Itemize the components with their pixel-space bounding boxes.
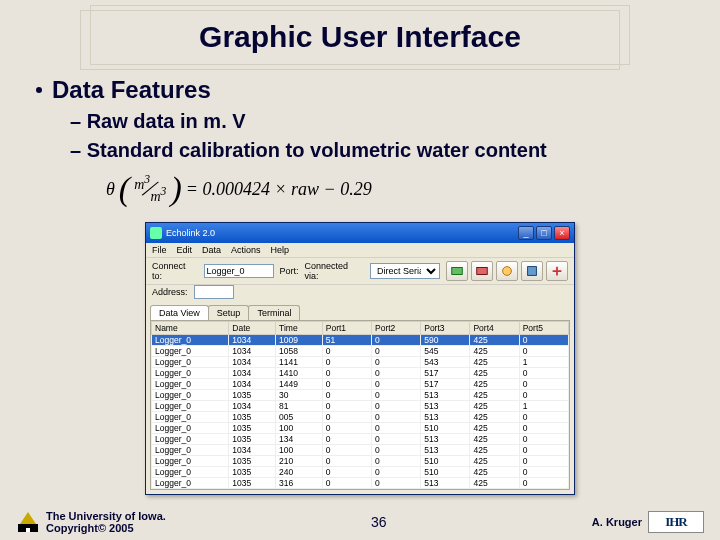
bullet-main: Data Features [36,76,684,104]
table-cell: 1035 [229,467,276,478]
titlebar[interactable]: Echolink 2.0 _ □ × [146,223,574,243]
table-row[interactable]: Logger_010341058005454250 [152,346,569,357]
port-select[interactable]: Direct Serial [370,263,440,279]
minimize-button[interactable]: _ [518,226,534,240]
table-cell: 0 [519,467,568,478]
toolbar-icon-3[interactable] [496,261,518,281]
uiowa-logo-icon [16,510,40,534]
table-cell: 0 [519,346,568,357]
table-row[interactable]: Logger_0103410095105904250 [152,335,569,346]
table-cell: 425 [470,478,519,489]
table-row[interactable]: Logger_0103481005134251 [152,401,569,412]
table-cell: 425 [470,368,519,379]
column-header[interactable]: Port1 [322,322,371,335]
table-cell: 0 [322,357,371,368]
table-cell: 510 [421,423,470,434]
maximize-button[interactable]: □ [536,226,552,240]
address-input[interactable] [194,285,234,299]
table-row[interactable]: Logger_010341449005174250 [152,379,569,390]
column-header[interactable]: Port4 [470,322,519,335]
toolbar-icon-2[interactable] [471,261,493,281]
table-cell: 0 [519,412,568,423]
table-cell: 0 [519,456,568,467]
table-cell: 513 [421,478,470,489]
table-row[interactable]: Logger_01035210005104250 [152,456,569,467]
table-row[interactable]: Logger_01035100005104250 [152,423,569,434]
table-cell: 0 [371,478,420,489]
table-cell: 005 [276,412,323,423]
footer-author: A. Kruger [592,516,642,528]
table-cell: 0 [519,478,568,489]
table-cell: 0 [519,434,568,445]
table-cell: Logger_0 [152,445,229,456]
connect-label: Connect to: [152,261,198,281]
toolbar-icon-5[interactable] [546,261,568,281]
table-row[interactable]: Logger_01035005005134250 [152,412,569,423]
column-header[interactable]: Port2 [371,322,420,335]
menu-actions[interactable]: Actions [231,245,261,255]
column-header[interactable]: Port3 [421,322,470,335]
table-cell: 590 [421,335,470,346]
table-cell: 1034 [229,445,276,456]
table-cell: 0 [371,357,420,368]
table-cell: 0 [371,434,420,445]
table-cell: 0 [322,445,371,456]
table-cell: 510 [421,467,470,478]
tab-terminal[interactable]: Terminal [248,305,300,320]
table-row[interactable]: Logger_01035316005134250 [152,478,569,489]
menu-help[interactable]: Help [271,245,290,255]
close-button[interactable]: × [554,226,570,240]
table-row[interactable]: Logger_01035240005104250 [152,467,569,478]
tab-data-view[interactable]: Data View [150,305,209,320]
table-cell: 425 [470,390,519,401]
table-cell: 1058 [276,346,323,357]
bullet-sub-1: – Raw data in m. V [70,110,684,133]
table-cell: 0 [322,401,371,412]
table-cell: Logger_0 [152,423,229,434]
toolbar-icon-1[interactable] [446,261,468,281]
table-cell: 100 [276,423,323,434]
table-cell: 0 [519,423,568,434]
table-cell: 0 [322,379,371,390]
toolbar-icon-4[interactable] [521,261,543,281]
table-cell: 0 [371,456,420,467]
column-header[interactable]: Date [229,322,276,335]
menu-edit[interactable]: Edit [177,245,193,255]
menubar: File Edit Data Actions Help [146,243,574,257]
app-window: Echolink 2.0 _ □ × File Edit Data Action… [145,222,575,495]
table-cell: 1034 [229,357,276,368]
table-cell: Logger_0 [152,357,229,368]
table-cell: 513 [421,434,470,445]
tab-setup[interactable]: Setup [208,305,250,320]
table-row[interactable]: Logger_010341141005434251 [152,357,569,368]
table-cell: 0 [519,335,568,346]
table-cell: 1 [519,401,568,412]
slide-title: Graphic User Interface [0,0,720,54]
table-row[interactable]: Logger_01035134005134250 [152,434,569,445]
table-cell: 0 [371,335,420,346]
table-cell: 0 [371,390,420,401]
menu-data[interactable]: Data [202,245,221,255]
footer-org: The University of Iowa. [46,510,166,522]
table-cell: 240 [276,467,323,478]
table-row[interactable]: Logger_01034100005134250 [152,445,569,456]
table-cell: 1 [519,357,568,368]
lparen: ( [119,170,130,208]
table-cell: 0 [371,346,420,357]
connect-input[interactable] [204,264,274,278]
table-cell: 545 [421,346,470,357]
table-cell: 425 [470,434,519,445]
column-header[interactable]: Port5 [519,322,568,335]
window-title: Echolink 2.0 [166,228,215,238]
formula-expr: = 0.000424 × raw − 0.29 [186,179,372,200]
footer: The University of Iowa. Copyright© 2005 … [0,510,720,534]
table-cell: 0 [322,478,371,489]
column-header[interactable]: Time [276,322,323,335]
table-cell: Logger_0 [152,412,229,423]
table-row[interactable]: Logger_010341410005174250 [152,368,569,379]
svg-point-2 [503,267,512,276]
table-row[interactable]: Logger_0103530005134250 [152,390,569,401]
table-cell: 517 [421,368,470,379]
menu-file[interactable]: File [152,245,167,255]
column-header[interactable]: Name [152,322,229,335]
